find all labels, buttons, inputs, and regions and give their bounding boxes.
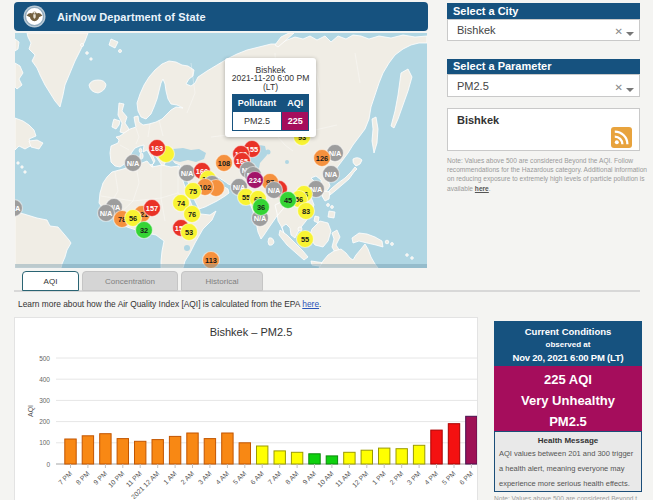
svg-text:12 PM: 12 PM: [351, 470, 370, 489]
svg-text:10 PM: 10 PM: [107, 470, 126, 489]
svg-text:5 PM: 5 PM: [441, 470, 457, 486]
svg-text:6 PM: 6 PM: [458, 470, 474, 486]
svg-text:56: 56: [129, 214, 137, 223]
svg-text:76: 76: [188, 210, 196, 219]
svg-text:N/A: N/A: [15, 204, 21, 213]
svg-text:2 PM: 2 PM: [388, 470, 404, 486]
svg-text:300: 300: [39, 397, 50, 404]
svg-text:1 PM: 1 PM: [371, 470, 387, 486]
svg-text:AQI: AQI: [27, 405, 35, 417]
svg-text:100: 100: [39, 439, 50, 446]
svg-text:7 PM: 7 PM: [57, 470, 73, 486]
svg-text:8 PM: 8 PM: [74, 470, 90, 486]
svg-text:75: 75: [189, 187, 197, 196]
svg-text:55: 55: [301, 235, 309, 244]
svg-text:1 AM: 1 AM: [162, 470, 178, 486]
svg-text:500: 500: [39, 355, 50, 362]
svg-text:200: 200: [39, 418, 50, 425]
svg-text:4 PM: 4 PM: [423, 470, 439, 486]
svg-text:2 AM: 2 AM: [179, 470, 195, 486]
svg-text:32: 32: [140, 226, 148, 235]
svg-text:6 AM: 6 AM: [249, 470, 265, 486]
svg-text:N/A: N/A: [325, 170, 338, 179]
svg-text:53: 53: [185, 228, 193, 237]
svg-text:108: 108: [218, 159, 230, 168]
svg-text:400: 400: [39, 376, 50, 383]
svg-text:Bishkek – PM2.5: Bishkek – PM2.5: [210, 326, 293, 338]
svg-text:55: 55: [242, 193, 250, 202]
svg-text:4 AM: 4 AM: [214, 470, 230, 486]
svg-text:126: 126: [316, 154, 328, 163]
svg-text:224: 224: [249, 176, 262, 185]
svg-text:N/A: N/A: [127, 159, 140, 168]
svg-text:157: 157: [146, 204, 158, 213]
svg-text:3 PM: 3 PM: [406, 470, 422, 486]
svg-text:10 AM: 10 AM: [316, 470, 335, 489]
svg-text:8 AM: 8 AM: [284, 470, 300, 486]
svg-text:7 AM: 7 AM: [266, 470, 282, 486]
svg-text:36: 36: [257, 203, 265, 212]
svg-text:N/A: N/A: [181, 169, 194, 178]
svg-text:5 AM: 5 AM: [232, 470, 248, 486]
svg-text:74: 74: [177, 199, 186, 208]
svg-text:83: 83: [302, 207, 310, 216]
svg-text:0: 0: [46, 461, 50, 468]
svg-text:N/A: N/A: [100, 209, 113, 218]
svg-text:11 AM: 11 AM: [334, 470, 352, 488]
svg-text:N/A: N/A: [268, 186, 281, 195]
svg-text:3 AM: 3 AM: [197, 470, 213, 486]
svg-text:113: 113: [205, 256, 217, 265]
svg-text:45: 45: [284, 196, 292, 205]
svg-text:163: 163: [151, 144, 163, 153]
